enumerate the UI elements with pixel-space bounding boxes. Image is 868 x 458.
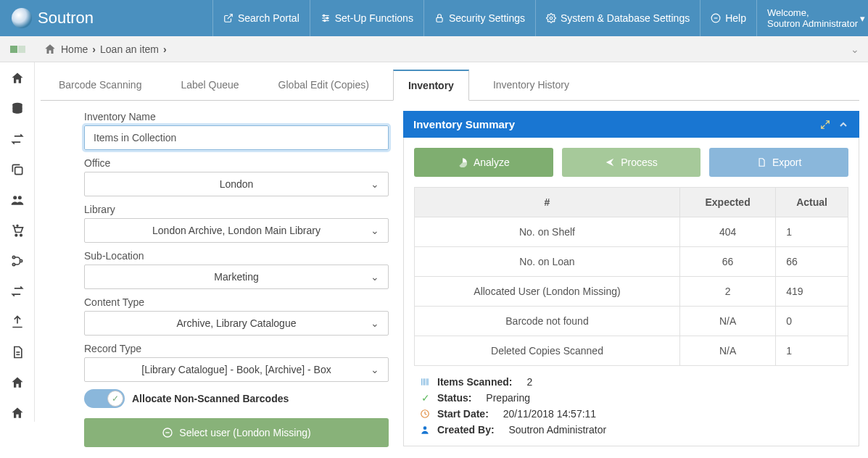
minus-circle-icon — [162, 427, 173, 438]
row-actual: 1 — [776, 336, 848, 366]
chevron-down-icon: ⌄ — [371, 364, 379, 375]
inventory-name-label: Inventory Name — [84, 111, 389, 122]
export-button[interactable]: Export — [709, 148, 848, 177]
row-expected: 404 — [679, 217, 775, 247]
row-label: No. on Shelf — [415, 217, 680, 247]
left-sidebar — [0, 62, 35, 422]
breadcrumb-home[interactable]: Home — [61, 43, 88, 55]
user-menu[interactable]: Welcome, Soutron Administrator ▾ — [756, 0, 868, 36]
caret-down-icon: ▾ — [860, 13, 865, 24]
select-user-button[interactable]: Select user (London Missing) — [84, 418, 389, 447]
svg-point-14 — [13, 196, 17, 199]
row-actual: 1 — [776, 217, 848, 247]
table-row: No. on Loan 66 66 — [415, 247, 848, 277]
nav-help[interactable]: Help — [700, 0, 756, 36]
inventory-form: Inventory Name Office London ⌄ Library L — [41, 111, 389, 447]
sidebar-document-icon[interactable] — [9, 344, 26, 361]
nav-setup-functions-label: Set-Up Functions — [335, 12, 413, 24]
svg-rect-32 — [429, 378, 429, 385]
created-by-label: Created By: — [437, 424, 495, 436]
sidebar-cart-icon[interactable] — [9, 222, 26, 239]
row-actual: 66 — [776, 247, 848, 277]
inventory-name-input[interactable] — [94, 132, 379, 143]
home-icon[interactable] — [44, 43, 57, 56]
process-button[interactable]: Process — [562, 148, 701, 177]
table-row: No. on Shelf 404 1 — [415, 217, 848, 247]
nav-setup-functions[interactable]: Set-Up Functions — [310, 0, 423, 36]
row-expected: 2 — [679, 277, 775, 307]
lock-icon — [434, 13, 445, 23]
gear-icon — [546, 13, 556, 23]
sidebar-upload-icon[interactable] — [9, 313, 26, 330]
tab-barcode-scanning[interactable]: Barcode Scanning — [44, 70, 157, 101]
svg-point-20 — [12, 256, 15, 258]
nav-system-db-settings-label: System & Database Settings — [561, 12, 690, 24]
library-select[interactable]: London Archive, London Main Library ⌄ — [84, 218, 389, 243]
col-expected: Expected — [679, 188, 775, 217]
sidebar-copy-icon[interactable] — [9, 161, 26, 178]
sidebar-home3-icon[interactable] — [9, 404, 26, 422]
record-type-select[interactable]: [Library Catalogue] - Book, [Archive] - … — [84, 357, 389, 382]
col-hash: # — [415, 188, 680, 217]
check-icon: ✓ — [420, 392, 431, 404]
tab-inventory[interactable]: Inventory — [393, 70, 469, 101]
file-icon — [756, 157, 766, 167]
inventory-name-input-wrap[interactable] — [84, 125, 389, 150]
content-type-label: Content Type — [84, 296, 389, 308]
svg-rect-28 — [423, 378, 423, 385]
sidebar-database-icon[interactable] — [9, 100, 26, 117]
expand-icon[interactable] — [820, 120, 830, 130]
analyze-button[interactable]: Analyze — [414, 148, 553, 177]
clock-icon — [420, 409, 431, 419]
office-select[interactable]: London ⌄ — [84, 172, 389, 196]
svg-line-0 — [228, 14, 232, 19]
external-link-icon — [223, 13, 233, 23]
sidebar-swap-icon[interactable] — [9, 283, 26, 300]
tab-global-edit[interactable]: Global Edit (Copies) — [263, 70, 384, 101]
sidebar-branch-icon[interactable] — [9, 252, 26, 270]
chevron-down-icon: ⌄ — [371, 178, 379, 190]
svg-point-15 — [17, 196, 21, 199]
breadcrumb-loan[interactable]: Loan an item — [100, 43, 159, 55]
row-actual: 0 — [776, 307, 848, 336]
sublocation-label: Sub-Location — [84, 250, 389, 262]
user-icon — [420, 425, 431, 435]
sidebar-transfer-icon[interactable] — [9, 130, 26, 148]
row-expected: 66 — [679, 247, 775, 277]
sidebar-home-icon[interactable] — [9, 70, 26, 87]
sidebar-home2-icon[interactable] — [9, 374, 26, 391]
sublocation-select[interactable]: Marketing ⌄ — [84, 265, 389, 289]
row-label: No. on Loan — [415, 247, 680, 277]
nav-system-db-settings[interactable]: System & Database Settings — [535, 0, 700, 36]
welcome-label: Welcome, — [767, 7, 858, 18]
sliders-icon — [321, 13, 331, 23]
summary-title: Inventory Summary — [413, 118, 515, 130]
analyze-label: Analyze — [474, 157, 510, 168]
svg-point-21 — [12, 263, 15, 265]
allocate-toggle[interactable]: ✓ — [84, 389, 125, 408]
breadcrumb-collapse-icon[interactable]: ⌄ — [842, 43, 868, 55]
summary-header: Inventory Summary — [403, 111, 859, 138]
breadcrumb-sep: › — [92, 43, 96, 55]
nav-security-settings[interactable]: Security Settings — [423, 0, 535, 36]
items-scanned-value: 2 — [526, 376, 532, 388]
breadcrumb-bar: Home › Loan an item › ⌄ — [0, 36, 868, 62]
col-actual: Actual — [776, 188, 848, 217]
row-label: Deleted Copies Scanned — [415, 336, 680, 366]
svg-rect-29 — [424, 378, 425, 385]
tab-label-queue[interactable]: Label Queue — [165, 70, 254, 101]
collapse-icon[interactable] — [838, 119, 849, 130]
tab-inventory-history[interactable]: Inventory History — [478, 70, 584, 101]
process-label: Process — [621, 157, 658, 168]
send-icon — [605, 157, 615, 167]
svg-rect-27 — [421, 378, 422, 385]
record-type-value: [Library Catalogue] - Book, [Archive] - … — [141, 364, 331, 375]
office-label: Office — [84, 157, 389, 169]
row-label: Barcode not found — [415, 307, 680, 336]
nav-security-settings-label: Security Settings — [449, 12, 525, 24]
library-value: London Archive, London Main Library — [152, 225, 321, 236]
sidebar-users-icon[interactable] — [9, 191, 26, 209]
nav-search-portal[interactable]: Search Portal — [212, 0, 310, 36]
breadcrumb-sep-2: › — [163, 43, 167, 55]
content-type-select[interactable]: Archive, Library Catalogue ⌄ — [84, 311, 389, 336]
